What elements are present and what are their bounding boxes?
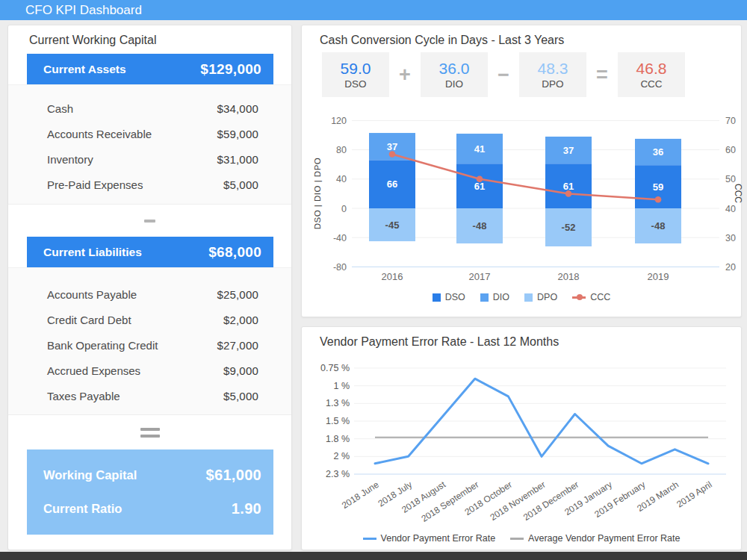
vendor-panel: Vendor Payment Error Rate - Last 12 Mont… <box>301 326 742 550</box>
row-label: Accounts Receivable <box>47 128 152 140</box>
equals-operator-icon <box>8 415 291 449</box>
working-capital-panel: Current Working Capital Current Assets $… <box>7 25 292 550</box>
legend-item-ccc[interactable]: CCC <box>572 292 610 302</box>
row-label: Pre-Paid Expenses <box>47 178 143 191</box>
equals-icon: = <box>586 63 618 87</box>
kpi-dso[interactable]: 59.0 DSO <box>322 52 389 97</box>
legend-swatch-icon <box>433 293 441 302</box>
bar-label: -48 <box>473 220 487 231</box>
legend-label: DIO <box>493 292 509 302</box>
ccc-point-2018[interactable] <box>565 190 572 197</box>
bar-label: 66 <box>387 178 397 190</box>
legend-item-average[interactable]: Average Vendor Payment Error Rate <box>510 533 680 544</box>
legend-item-dso[interactable]: DSO <box>433 292 465 302</box>
bottom-bar <box>0 552 747 560</box>
current-assets-value: $129,000 <box>200 61 261 78</box>
bar-label: 37 <box>563 145 574 156</box>
ccc-line <box>392 154 658 199</box>
bar-label: -45 <box>385 220 400 231</box>
right-axis-label: CCC <box>733 184 743 203</box>
legend-label: DSO <box>445 292 465 302</box>
bar-label: -48 <box>651 220 666 231</box>
row-label: Cash <box>47 102 73 115</box>
legend-swatch-icon <box>480 293 489 302</box>
y-axis-tick: 1.5 % <box>326 416 350 426</box>
working-capital-title: Current Working Capital <box>29 34 156 47</box>
legend-line-marker-icon <box>572 296 586 299</box>
left-axis-label: DSO | DIO | DPO <box>313 158 322 230</box>
x-axis-tick: 2017 <box>469 271 491 282</box>
table-row: Accounts Payable $25,000 <box>47 281 258 307</box>
bar-label: 41 <box>474 143 485 155</box>
ccc-point-2017[interactable] <box>477 176 483 183</box>
app-title: CFO KPI Dashboard <box>0 0 747 20</box>
row-value: $31,000 <box>217 153 258 166</box>
ccc-panel: Cash Conversion Cycle in Days - Last 3 Y… <box>301 25 742 317</box>
right-axis-tick: 30 <box>725 233 736 243</box>
ccc-point-2016[interactable] <box>389 151 396 158</box>
table-row: Bank Operating Credit $27,000 <box>47 332 258 358</box>
table-row: Cash $34,000 <box>47 96 258 121</box>
row-value: $5,000 <box>223 390 258 402</box>
y-axis-tick: 1 % <box>333 381 350 391</box>
x-axis-tick: 2018 September <box>419 479 480 524</box>
table-row: Accounts Receivable $59,000 <box>47 121 258 146</box>
left-axis-tick: 80 <box>336 145 347 155</box>
legend-label: Average Vendor Payment Error Rate <box>528 533 680 544</box>
row-value: $5,000 <box>223 178 258 191</box>
y-axis-tick: 2 % <box>333 451 350 461</box>
row-label: Inventory <box>47 153 93 166</box>
y-axis-tick: 2.3 % <box>326 469 350 479</box>
row-label: Accounts Payable <box>47 288 137 301</box>
left-axis-tick: 0 <box>341 204 347 214</box>
row-value: $9,000 <box>223 364 258 377</box>
left-axis-tick: -40 <box>333 233 347 243</box>
current-assets-header[interactable]: Current Assets $129,000 <box>27 54 273 84</box>
legend-item-dpo[interactable]: DPO <box>524 292 557 302</box>
app-header-bar: CFO KPI Dashboard <box>0 0 747 20</box>
row-label: Taxes Payable <box>47 390 120 402</box>
legend-label: Vendor Payment Error Rate <box>381 533 496 544</box>
bar-label: 37 <box>387 141 397 152</box>
legend-item-error-rate[interactable]: Vendor Payment Error Rate <box>363 533 496 544</box>
right-axis-tick: 20 <box>725 262 736 273</box>
table-row: Credit Card Debt $2,000 <box>47 307 258 332</box>
asset-rows: Cash $34,000 Accounts Receivable $59,000… <box>8 84 291 205</box>
kpi-dso-value: 59.0 <box>341 60 371 78</box>
liability-rows: Accounts Payable $25,000 Credit Card Deb… <box>8 267 291 415</box>
row-value: $25,000 <box>217 288 258 301</box>
kpi-dpo-label: DPO <box>542 78 563 90</box>
y-axis-tick: 1.3 % <box>326 398 350 408</box>
legend-label: DPO <box>537 292 557 302</box>
left-axis-tick: 120 <box>331 116 347 126</box>
table-row: Taxes Payable $5,000 <box>47 383 258 408</box>
summary-label: Working Capital <box>43 468 137 482</box>
kpi-ccc[interactable]: 46.8 CCC <box>618 52 685 97</box>
kpi-ccc-value: 46.8 <box>636 60 667 78</box>
table-row: Pre-Paid Expenses $5,000 <box>47 172 258 197</box>
x-axis-tick: 2016 <box>382 271 403 282</box>
current-assets-label: Current Assets <box>43 63 126 76</box>
ccc-point-2019[interactable] <box>655 196 662 203</box>
vendor-chart-legend: Vendor Payment Error RateAverage Vendor … <box>302 533 741 544</box>
ccc-title: Cash Conversion Cycle in Days - Last 3 Y… <box>320 34 564 47</box>
row-label: Credit Card Debt <box>47 314 131 326</box>
row-label: Accrued Expenses <box>47 364 140 377</box>
minus-icon: − <box>488 63 519 87</box>
row-value: $59,000 <box>217 128 258 140</box>
summary-value: $61,000 <box>206 467 261 484</box>
row-label: Bank Operating Credit <box>47 339 158 352</box>
current-liabilities-header[interactable]: Current Liabilities $68,000 <box>27 237 273 267</box>
working-capital-summary[interactable]: Working Capital $61,000 Current Ratio 1.… <box>27 449 273 535</box>
legend-line-marker-icon <box>363 538 376 540</box>
right-axis-tick: 60 <box>725 145 736 155</box>
table-row: Accrued Expenses $9,000 <box>47 358 258 383</box>
kpi-dio[interactable]: 36.0 DIO <box>421 52 488 97</box>
y-axis-tick: 0.75 % <box>320 363 350 373</box>
bar-label: -52 <box>562 222 576 233</box>
kpi-dpo[interactable]: 48.3 DPO <box>519 52 586 97</box>
left-axis-tick: 40 <box>336 174 347 184</box>
kpi-dio-value: 36.0 <box>439 60 470 78</box>
legend-item-dio[interactable]: DIO <box>480 292 509 302</box>
table-row: Inventory $31,000 <box>47 146 258 172</box>
